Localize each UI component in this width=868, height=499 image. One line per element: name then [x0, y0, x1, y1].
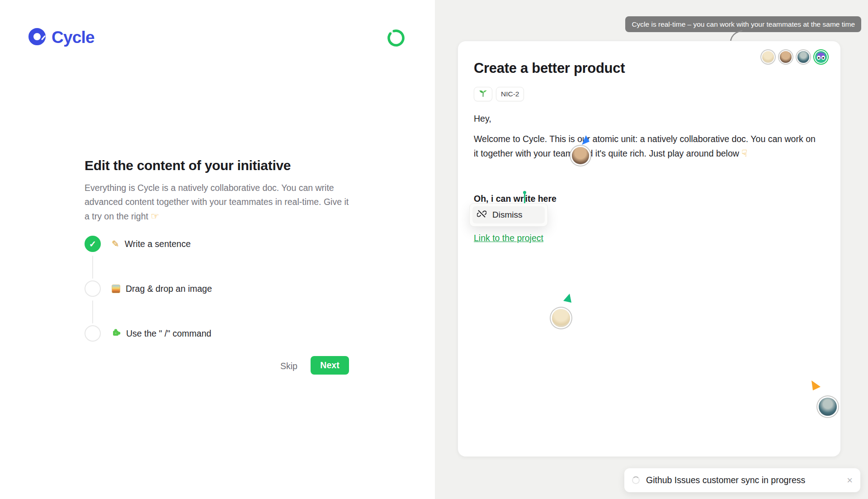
context-menu: Dismiss	[469, 203, 548, 227]
pointing-down-icon: ☟	[741, 148, 747, 158]
page-description-text: Everything is Cycle is a natively collab…	[85, 183, 349, 221]
checklist-item-write-sentence: ✓ ✎ Write a sentence	[85, 236, 191, 252]
collab-text-caret-green	[524, 194, 525, 203]
collab-cursor-green-icon	[562, 294, 573, 307]
avatar-teammate-2	[780, 51, 792, 63]
page-title: Edit the content of your initiative	[85, 158, 338, 173]
seedling-icon	[479, 89, 487, 100]
doc-body-paragraph[interactable]: Welcome to Cycle. This is our atomic uni…	[474, 132, 821, 161]
checklist-label: ✎ Write a sentence	[112, 239, 191, 249]
collab-cursor-orange-icon	[810, 380, 821, 395]
step-pending-icon	[85, 280, 101, 297]
cycle-logo: Cycle	[28, 27, 94, 48]
spinner-icon	[632, 476, 640, 484]
skip-button[interactable]: Skip	[274, 358, 304, 375]
avatar-current-user	[815, 51, 827, 63]
toast-message: Github Issues customer sync in progress	[646, 475, 840, 485]
doc-greeting[interactable]: Hey,	[474, 114, 491, 124]
presence-avatar-stack	[762, 51, 827, 63]
link-off-icon	[477, 209, 486, 221]
collab-cursor-blue-icon	[581, 135, 591, 148]
close-icon[interactable]: ×	[847, 475, 853, 485]
step-complete-icon: ✓	[85, 236, 101, 252]
doc-preview-panel: Cycle is real-time – you can work with y…	[435, 0, 868, 499]
checklist-label-text: Drag & drop an image	[126, 284, 212, 294]
onboarding-screen: Cycle Edit the content of your initiativ…	[0, 0, 868, 499]
sync-toast: Github Issues customer sync in progress …	[624, 468, 860, 492]
doc-title[interactable]: Create a better product	[474, 60, 625, 76]
collab-avatar-middle	[552, 309, 570, 327]
puzzle-piece-icon	[112, 328, 121, 339]
cycle-logo-icon	[28, 27, 47, 48]
onboarding-progress-ring	[387, 29, 406, 48]
menu-item-label: Dismiss	[492, 210, 523, 220]
menu-item-dismiss[interactable]: Dismiss	[472, 206, 545, 223]
framed-picture-icon	[112, 285, 120, 293]
checklist-label-text: Use the " /" command	[126, 328, 211, 339]
page-description: Everything is Cycle is a natively collab…	[85, 181, 349, 223]
checklist-item-drag-image: Drag & drop an image	[85, 280, 212, 297]
writing-hand-icon: ✎	[112, 239, 119, 248]
checklist-label: Drag & drop an image	[112, 284, 212, 294]
avatar-teammate-1	[762, 51, 774, 63]
write-line-after: ite here	[525, 194, 557, 204]
project-link[interactable]: Link to the project	[474, 233, 543, 243]
left-onboarding-panel: Cycle Edit the content of your initiativ…	[0, 0, 435, 499]
doc-tags: NIC-2	[474, 87, 524, 101]
collab-avatar-paragraph	[572, 147, 589, 164]
doc-id-chip[interactable]: NIC-2	[496, 87, 524, 101]
check-glyph: ✓	[89, 239, 96, 249]
doc-write-line[interactable]: Oh, i can write here	[474, 194, 557, 204]
checklist-connector	[92, 256, 93, 279]
seedling-chip[interactable]	[474, 87, 492, 101]
checklist-label: Use the " /" command	[112, 328, 211, 339]
step-pending-icon	[85, 325, 101, 342]
cycle-logo-text: Cycle	[52, 28, 94, 47]
write-line-before: Oh, i can wr	[474, 194, 524, 204]
collaborative-doc-card: Create a better product NIC-2 Hey, Welco…	[458, 41, 841, 457]
checklist-connector	[92, 300, 93, 323]
doc-body-text: Welcome to Cycle. This is our atomic uni…	[474, 134, 816, 158]
next-button[interactable]: Next	[311, 356, 349, 375]
pointing-right-icon: ☞	[151, 211, 159, 221]
collab-avatar-bottom-right	[819, 398, 837, 416]
avatar-teammate-3	[797, 51, 809, 63]
checklist-label-text: Write a sentence	[125, 239, 191, 249]
checklist-item-slash-command: Use the " /" command	[85, 325, 211, 342]
